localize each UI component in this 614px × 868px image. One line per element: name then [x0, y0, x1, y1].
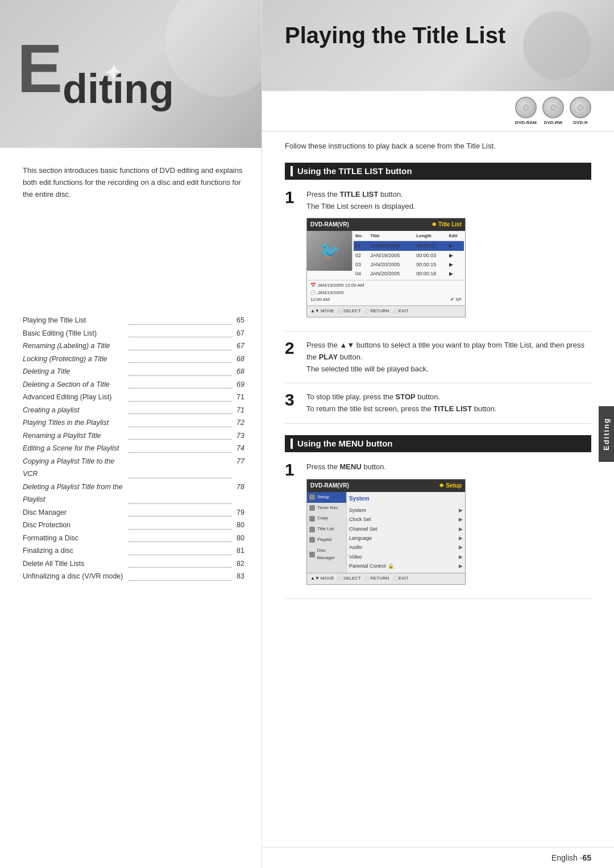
toc-dots	[128, 455, 232, 478]
page-title: Playing the Title List	[285, 23, 591, 48]
screen-footer: ▲▼ MOVE⬜ SELECT⬜ RETURN⬜ EXIT	[307, 305, 465, 317]
footer-item: ⬜ SELECT	[337, 308, 361, 315]
page-number: 65	[582, 853, 591, 862]
menu-item-arrow-icon: ▶	[459, 506, 463, 514]
toc-item: Formatting a Disc 80	[23, 532, 244, 545]
title-list-row: 02 JAN/19/2005 00:00:03 ▶	[354, 251, 464, 260]
toc-item: Editing a Scene for the Playlist 74	[23, 442, 244, 455]
menu-footer-item: ⬜ EXIT	[392, 575, 409, 582]
menu-sidebar-icon	[309, 505, 315, 511]
step-3-content: To stop title play, press the STOP butto…	[306, 391, 591, 415]
toc-item-label: Renaming a Playlist Title	[23, 429, 126, 443]
menu-item-label: Clock Set	[349, 515, 371, 523]
toc-item-label: Deleting a Title	[23, 365, 126, 378]
menu-content-title: System	[349, 494, 463, 503]
toc-item-page: 80	[237, 532, 244, 545]
disc-icon-label: DVD-RAM	[515, 120, 537, 125]
menu-item-label: System	[349, 506, 366, 514]
disc-icon: DVD-RAM	[515, 97, 537, 125]
menu-sidebar-item: Playlist	[307, 535, 346, 545]
toc-dots	[128, 557, 232, 568]
toc-item: Finalizing a disc 81	[23, 544, 244, 557]
step-2: 2 Press the ▲▼ buttons to select a title…	[285, 340, 591, 383]
disc-icon-label: DVD-R	[573, 120, 587, 125]
bottom-bar: English - 65	[262, 847, 614, 868]
toc-item-label: Playing Titles in the Playlist	[23, 416, 126, 429]
menu-item-arrow-icon: ▶	[459, 515, 463, 523]
row-edit: ▶	[447, 241, 464, 251]
toc-dots	[128, 519, 232, 530]
disc-icon-circle	[542, 97, 564, 118]
toc-item-page: 73	[237, 429, 244, 443]
toc-item: Basic Editing (Title List) 67	[23, 327, 244, 340]
step-3: 3 To stop title play, press the STOP but…	[285, 391, 591, 424]
toc-dots	[128, 506, 232, 517]
menu-item-row: System ▶	[349, 506, 463, 515]
disc-icons-row: DVD-RAM DVD-RW DVD-R	[262, 91, 614, 131]
toc-dots	[128, 327, 232, 338]
section-bar-icon	[291, 166, 293, 176]
toc-item-page: 80	[237, 519, 244, 532]
col-no: No.	[354, 232, 368, 241]
menu-screen-header: DVD-RAM(VR) ❖ Setup	[307, 480, 465, 492]
menu-sidebar-label: Copy	[317, 515, 328, 522]
toc-item-page: 82	[237, 557, 244, 571]
toc-item-page: 71	[237, 391, 244, 404]
toc-dots	[128, 404, 232, 415]
menu-sidebar: Setup Timer Rec. Copy Title List Playlis…	[307, 492, 347, 573]
english-label: English -	[551, 853, 582, 862]
section2-header: Using the MENU button	[285, 435, 591, 452]
row-no: 01	[354, 241, 368, 251]
toc-dots	[128, 442, 232, 453]
screen-info-4: ✔ SP	[450, 296, 462, 304]
menu-item-arrow-icon: ▶	[459, 562, 463, 570]
toc-item-label: Playing the Title List	[23, 314, 126, 327]
menu-item-label: Audio	[349, 543, 362, 551]
menu-sidebar-icon	[309, 516, 315, 522]
toc-item-label: Basic Editing (Title List)	[23, 327, 126, 340]
toc-item: Locking (Protecting) a Title 68	[23, 353, 244, 366]
toc-item-page: 78	[237, 481, 244, 506]
row-no: 02	[354, 251, 368, 260]
toc-dots	[128, 481, 232, 504]
toc-item-label: Renaming (Labeling) a Title	[23, 340, 126, 353]
row-title: JAN/19/2005	[368, 251, 414, 260]
menu-item-arrow-icon: ▶	[459, 525, 463, 533]
row-length: 00:00:15	[414, 260, 447, 269]
title-list-row: 04 JAN/20/2005 00:00:16 ▶	[354, 269, 464, 278]
menu-sidebar-icon	[309, 537, 315, 543]
menu-item-label: Parental Control 🔒	[349, 562, 394, 570]
step-2-bold: PLAY	[319, 353, 338, 361]
right-header: Playing the Title List	[262, 0, 614, 91]
toc-list: Playing the Title List 65 Basic Editing …	[23, 314, 244, 583]
menu-item-label: Channel Set	[349, 525, 377, 533]
footer-item: ⬜ EXIT	[392, 308, 409, 315]
menu-step-1-content: Press the MENU button. DVD-RAM(VR) ❖ Set…	[306, 461, 591, 590]
screen-info-1: 📅 JAN/19/2005 12:00 AM	[310, 282, 462, 290]
toc-item: Playing the Title List 65	[23, 314, 244, 327]
menu-item-row: Channel Set ▶	[349, 524, 463, 534]
toc-dots	[128, 378, 232, 389]
toc-dots	[128, 429, 232, 440]
toc-item-label: Unfinalizing a disc (V/VR mode)	[23, 570, 126, 583]
disc-icon-circle	[515, 97, 537, 118]
menu-sidebar-label: Timer Rec.	[317, 505, 339, 512]
toc-dots	[128, 353, 232, 363]
toc-item-page: 69	[237, 378, 244, 391]
toc-dots	[128, 544, 232, 555]
menu-item-arrow-icon: ▶	[459, 553, 463, 561]
disc-icon: DVD-RW	[542, 97, 564, 125]
toc-item: Advanced Editing (Play List) 71	[23, 391, 244, 404]
menu-sidebar-icon	[309, 527, 315, 532]
menu-screen-footer: ▲▼ MOVE⬜ SELECT⬜ RETURN⬜ EXIT	[307, 573, 465, 584]
side-tab: Editing	[599, 406, 614, 462]
menu-item-arrow-icon: ▶	[459, 534, 463, 542]
toc-item-label: Deleting a Playlist Title from the Playl…	[23, 481, 126, 506]
menu-body: Setup Timer Rec. Copy Title List Playlis…	[307, 492, 465, 573]
menu-sidebar-icon	[309, 494, 315, 500]
toc-dots	[128, 391, 232, 402]
col-edit: Edit	[447, 232, 464, 241]
toc-item-page: 81	[237, 544, 244, 557]
toc-dots	[128, 340, 232, 350]
menu-step-1: 1 Press the MENU button. DVD-RAM(VR) ❖ S…	[285, 461, 591, 599]
